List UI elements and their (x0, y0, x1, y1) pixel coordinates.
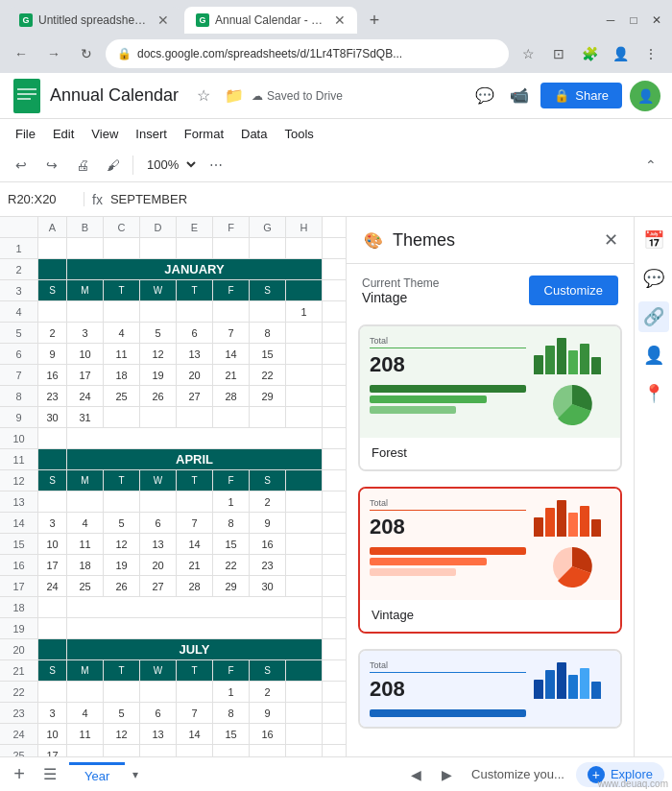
col-f[interactable]: F (213, 217, 250, 237)
forest-stat-label: Total (370, 336, 526, 348)
tab-calendar[interactable]: G Annual Calendar - Google S... ✕ (184, 7, 357, 34)
close-button[interactable]: ✕ (649, 12, 664, 28)
col-h[interactable]: H (286, 217, 323, 237)
theme-card-vintage[interactable]: Total 208 (358, 487, 622, 634)
bookmark-icon[interactable]: ☆ (515, 40, 541, 67)
reload-button[interactable]: ↻ (73, 40, 100, 67)
share-button[interactable]: 🔒 Share (540, 83, 622, 108)
vintage-bar-3 (370, 568, 456, 576)
chat-icon[interactable]: 💬 (471, 83, 498, 109)
url-text: docs.google.com/spreadsheets/d/1Lr4T8Fi7… (137, 47, 497, 60)
undo-button[interactable]: ↩ (8, 152, 35, 179)
more-icon[interactable]: ⋮ (637, 40, 664, 67)
table-row: 23 3 4 5 6 7 8 9 (0, 703, 346, 724)
themes-header: 🎨 Themes ✕ (347, 217, 634, 264)
cell-reference[interactable]: R20:X20 (8, 192, 84, 206)
print-button[interactable]: 🖨 (69, 152, 96, 179)
restore-button[interactable]: □ (626, 12, 641, 28)
third-stat-number: 208 (370, 677, 526, 702)
map-right-icon[interactable]: 📍 (638, 378, 669, 409)
formula-icon: fx (92, 192, 103, 207)
window-controls: ─ □ ✕ (603, 12, 664, 28)
more-button[interactable]: ⋯ (203, 152, 229, 179)
minimize-button[interactable]: ─ (603, 12, 618, 28)
star-icon[interactable]: ☆ (190, 83, 217, 109)
chat-right-icon[interactable]: 💬 (638, 263, 669, 294)
address-actions: ☆ ⊡ 🧩 👤 ⋮ (515, 40, 664, 67)
menu-insert[interactable]: Insert (128, 123, 175, 145)
extensions-icon[interactable]: 🧩 (576, 40, 603, 67)
menu-view[interactable]: View (84, 123, 126, 145)
theme-preview-right-forest (534, 336, 611, 428)
tab-close-spreadsheet[interactable]: ✕ (157, 12, 169, 28)
col-g[interactable]: G (250, 217, 286, 237)
lock-icon: 🔒 (117, 47, 132, 60)
menu-tools[interactable]: Tools (276, 123, 321, 145)
redo-button[interactable]: ↪ (38, 152, 65, 179)
link-right-icon[interactable]: 🔗 (638, 301, 669, 332)
prev-arrow[interactable]: ◀ (402, 761, 429, 788)
sheet-grid: A B C D E F G H 1 (0, 217, 346, 766)
sheet-list-button[interactable]: ☰ (38, 763, 61, 786)
move-icon[interactable]: 📁 (221, 83, 248, 109)
sheet-tab-year[interactable]: Year (69, 762, 125, 787)
table-row: 9 30 31 (0, 407, 346, 428)
col-e[interactable]: E (177, 217, 213, 237)
table-row: 12 S M T W T F S (0, 470, 346, 491)
next-arrow[interactable]: ▶ (433, 761, 460, 788)
table-row: 14 3 4 5 6 7 8 9 (0, 513, 346, 534)
col-d[interactable]: D (140, 217, 177, 237)
col-c[interactable]: C (104, 217, 140, 237)
url-box[interactable]: 🔒 docs.google.com/spreadsheets/d/1Lr4T8F… (106, 39, 509, 68)
customize-button[interactable]: Customize (529, 276, 618, 305)
back-button[interactable]: ← (8, 40, 35, 67)
cast-icon[interactable]: ⊡ (545, 40, 572, 67)
theme-preview-forest: Total 208 (370, 336, 611, 428)
forward-button[interactable]: → (40, 40, 67, 67)
theme-card-third[interactable]: Total 208 (358, 649, 622, 729)
theme-card-forest[interactable]: Total 208 (358, 324, 622, 471)
app-title: Annual Calendar (50, 85, 179, 106)
theme-preview-left-third: Total 208 (370, 660, 526, 717)
menu-data[interactable]: Data (233, 123, 275, 145)
new-tab-button[interactable]: + (361, 7, 388, 34)
collapse-button[interactable]: ⌃ (637, 152, 664, 179)
address-bar: ← → ↻ 🔒 docs.google.com/spreadsheets/d/1… (0, 35, 672, 73)
menu-format[interactable]: Format (177, 123, 231, 145)
tab-close-calendar[interactable]: ✕ (334, 12, 346, 28)
profile-icon[interactable]: 👤 (607, 40, 634, 67)
svg-rect-1 (17, 88, 36, 90)
third-chart-bar (545, 670, 555, 699)
sheet-tab-chevron[interactable]: ▾ (132, 768, 138, 781)
theme-preview-left-vintage: Total 208 (370, 498, 526, 590)
themes-close-button[interactable]: ✕ (604, 229, 618, 251)
vintage-chart-bar (545, 508, 555, 537)
vintage-bar-2 (370, 558, 487, 565)
table-row: 15 10 11 12 13 14 15 16 (0, 534, 346, 555)
format-paint-button[interactable]: 🖌 (100, 152, 127, 179)
vintage-bar-chart (534, 498, 611, 537)
svg-rect-0 (13, 79, 40, 113)
cloud-icon: ☁ (252, 89, 263, 103)
tab-spreadsheet[interactable]: G Untitled spreadsheet - Goo... ✕ (8, 7, 180, 34)
formula-content[interactable]: SEPTEMBER (110, 192, 664, 206)
avatar[interactable]: 👤 (630, 81, 660, 111)
calendar-right-icon[interactable]: 📅 (638, 225, 669, 255)
menu-edit[interactable]: Edit (45, 123, 82, 145)
table-row: 19 (0, 618, 346, 639)
table-row: 16 17 18 19 20 21 22 23 (0, 555, 346, 576)
vintage-chart-bar (568, 513, 578, 537)
col-a[interactable]: A (38, 217, 67, 237)
third-stat-label: Total (370, 660, 526, 673)
theme-preview-right-vintage (534, 498, 611, 590)
theme-preview-vintage: Total 208 (370, 498, 611, 590)
video-icon[interactable]: 📹 (506, 83, 533, 109)
zoom-select[interactable]: 100% 75% 50% 125% (139, 155, 199, 175)
app-header: Annual Calendar ☆ 📁 ☁ Saved to Drive 💬 📹… (0, 73, 672, 119)
column-headers: A B C D E F G H (0, 217, 346, 238)
table-row: 20 JULY (0, 639, 346, 660)
menu-file[interactable]: File (8, 123, 43, 145)
add-sheet-button[interactable]: + (8, 763, 31, 786)
user-right-icon[interactable]: 👤 (638, 340, 669, 371)
col-b[interactable]: B (67, 217, 104, 237)
